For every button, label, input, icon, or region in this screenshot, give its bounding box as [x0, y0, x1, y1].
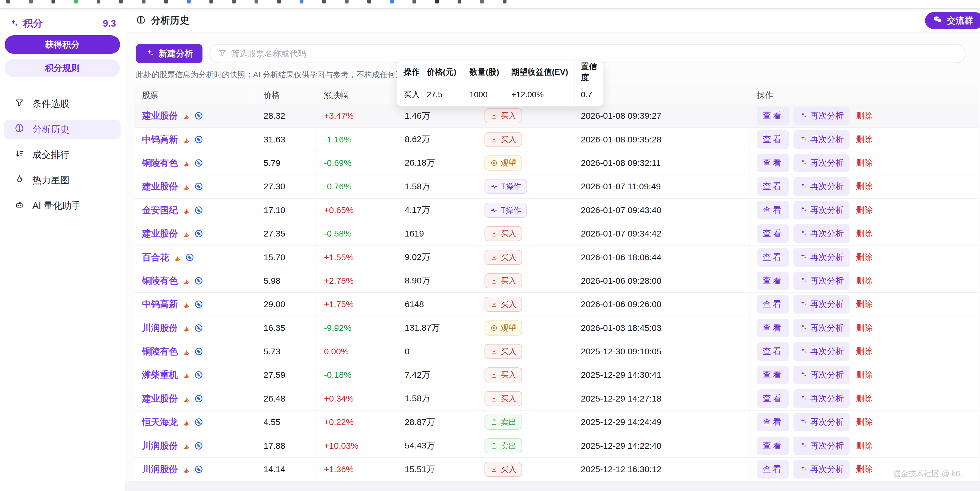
view-button[interactable]: 查看	[757, 460, 789, 478]
delete-button[interactable]: 删除	[854, 177, 874, 196]
stock-name-link[interactable]: 铜陵有色	[142, 275, 178, 287]
view-button[interactable]: 查看	[757, 437, 789, 455]
flame-logo-icon[interactable]	[182, 229, 191, 238]
sidebar-item-ai-assistant[interactable]: AI 量化助手	[4, 196, 121, 216]
delete-button[interactable]: 删除	[854, 154, 874, 172]
blue-circle-logo-icon[interactable]	[194, 111, 204, 120]
stock-name-link[interactable]: 川润股份	[142, 322, 178, 334]
favicon-dot[interactable]	[503, 0, 506, 3]
stock-name-link[interactable]: 潍柴重机	[142, 369, 178, 381]
search-input[interactable]	[231, 49, 957, 59]
flame-logo-icon[interactable]	[182, 394, 191, 403]
reanalyze-button[interactable]: 再次分析	[794, 201, 850, 220]
favicon-dot[interactable]	[458, 0, 461, 3]
sidebar-item-deal-ranking[interactable]: 成交排行	[4, 145, 121, 165]
flame-logo-icon[interactable]	[182, 347, 191, 356]
blue-circle-logo-icon[interactable]	[194, 394, 204, 403]
view-button[interactable]: 查看	[757, 342, 789, 361]
view-button[interactable]: 查看	[757, 224, 789, 243]
flame-logo-icon[interactable]	[182, 324, 191, 333]
stock-name-link[interactable]: 恒天海龙	[142, 416, 178, 428]
flame-logo-icon[interactable]	[182, 418, 191, 427]
sidebar-item-stock-screener[interactable]: 条件选股	[4, 94, 121, 114]
flame-logo-icon[interactable]	[182, 370, 191, 379]
reanalyze-button[interactable]: 再次分析	[794, 224, 850, 243]
flame-logo-icon[interactable]	[182, 206, 191, 215]
favicon-dot[interactable]	[300, 0, 304, 3]
view-button[interactable]: 查看	[757, 107, 789, 125]
blue-circle-logo-icon[interactable]	[194, 441, 204, 451]
stock-name-link[interactable]: 中钨高新	[142, 134, 178, 146]
stock-name-link[interactable]: 中钨高新	[142, 298, 178, 310]
view-button[interactable]: 查看	[757, 130, 789, 149]
stock-name-link[interactable]: 建业股份	[142, 228, 178, 240]
favicon-dot[interactable]	[345, 0, 348, 3]
favicon-dot[interactable]	[209, 0, 213, 3]
flame-logo-icon[interactable]	[182, 182, 191, 191]
blue-circle-logo-icon[interactable]	[194, 182, 204, 191]
blue-circle-logo-icon[interactable]	[194, 135, 204, 144]
flame-logo-icon[interactable]	[182, 135, 191, 144]
reanalyze-button[interactable]: 再次分析	[794, 437, 850, 455]
view-button[interactable]: 查看	[757, 413, 789, 431]
delete-button[interactable]: 删除	[854, 130, 874, 149]
delete-button[interactable]: 删除	[854, 248, 874, 267]
delete-button[interactable]: 删除	[854, 389, 874, 408]
delete-button[interactable]: 删除	[854, 224, 874, 243]
flame-logo-icon[interactable]	[182, 465, 191, 474]
reanalyze-button[interactable]: 再次分析	[794, 107, 850, 125]
delete-button[interactable]: 删除	[854, 366, 874, 384]
favicon-dot[interactable]	[480, 0, 484, 3]
view-button[interactable]: 查看	[757, 389, 789, 408]
stock-name-link[interactable]: 建业股份	[142, 110, 178, 122]
stock-name-link[interactable]: 铜陵有色	[142, 157, 178, 169]
favicon-dot[interactable]	[390, 0, 394, 3]
flame-logo-icon[interactable]	[173, 253, 182, 262]
reanalyze-button[interactable]: 再次分析	[794, 389, 850, 408]
delete-button[interactable]: 删除	[854, 107, 874, 125]
blue-circle-logo-icon[interactable]	[194, 465, 204, 474]
view-button[interactable]: 查看	[757, 319, 789, 337]
sidebar-item-heat-map[interactable]: 热力星图	[4, 171, 121, 190]
blue-circle-logo-icon[interactable]	[194, 347, 204, 356]
favicon-dot[interactable]	[368, 0, 371, 3]
favicon-dot[interactable]	[322, 0, 326, 3]
flame-logo-icon[interactable]	[182, 276, 191, 285]
reanalyze-button[interactable]: 再次分析	[794, 248, 850, 267]
delete-button[interactable]: 删除	[854, 201, 874, 220]
stock-name-link[interactable]: 建业股份	[142, 392, 178, 405]
stock-name-link[interactable]: 百合花	[142, 251, 169, 263]
reanalyze-button[interactable]: 再次分析	[794, 130, 850, 149]
favicon-dot[interactable]	[97, 0, 100, 3]
favicon-dot[interactable]	[412, 0, 416, 3]
blue-circle-logo-icon[interactable]	[194, 158, 204, 167]
view-button[interactable]: 查看	[757, 154, 789, 172]
chat-group-button[interactable]: 交流群	[925, 12, 980, 29]
reanalyze-button[interactable]: 再次分析	[794, 342, 850, 361]
stock-name-link[interactable]: 川润股份	[142, 440, 178, 452]
favicon-dot[interactable]	[51, 0, 55, 3]
view-button[interactable]: 查看	[757, 177, 789, 196]
view-button[interactable]: 查看	[757, 271, 789, 290]
stock-name-link[interactable]: 金安国纪	[142, 204, 178, 216]
favicon-dot[interactable]	[142, 0, 145, 3]
view-button[interactable]: 查看	[757, 201, 789, 220]
delete-button[interactable]: 删除	[854, 460, 874, 478]
new-analysis-button[interactable]: 新建分析	[136, 44, 202, 63]
reanalyze-button[interactable]: 再次分析	[794, 295, 850, 314]
stock-name-link[interactable]: 川润股份	[142, 463, 178, 475]
earn-points-button[interactable]: 获得积分	[5, 35, 120, 54]
view-button[interactable]: 查看	[757, 366, 789, 384]
favicon-dot[interactable]	[435, 0, 439, 3]
points-rules-button[interactable]: 积分规则	[5, 59, 120, 77]
reanalyze-button[interactable]: 再次分析	[794, 460, 850, 478]
sidebar-item-analysis-history[interactable]: 分析历史	[4, 120, 121, 139]
blue-circle-logo-icon[interactable]	[194, 324, 204, 333]
favicon-dot[interactable]	[29, 0, 33, 3]
stock-name-link[interactable]: 建业股份	[142, 180, 178, 193]
reanalyze-button[interactable]: 再次分析	[794, 177, 850, 196]
favicon-dot[interactable]	[255, 0, 258, 3]
delete-button[interactable]: 删除	[854, 342, 874, 361]
blue-circle-logo-icon[interactable]	[194, 276, 204, 285]
favicon-dot[interactable]	[164, 0, 168, 3]
